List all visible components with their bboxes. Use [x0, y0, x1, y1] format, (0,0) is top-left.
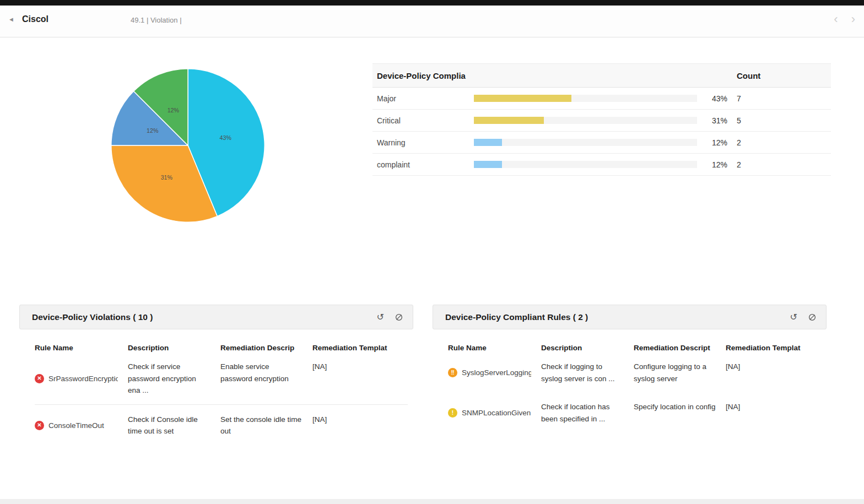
rule-description: Check if location has been specified in …: [541, 401, 634, 425]
table-row[interactable]: ‼ SyslogServerLoggingEna Check if loggin…: [448, 352, 821, 392]
page-header: ◄ Ciscol 49.1 | Violation | ‹ ›: [0, 6, 864, 37]
violations-table-columns: Rule Name Description Remediation Descri…: [35, 344, 408, 352]
column-header: Remediation Templat: [726, 344, 821, 352]
percent-value: 43%: [697, 94, 727, 103]
unpin-icon[interactable]: [395, 313, 403, 321]
count-value: 5: [727, 116, 741, 125]
compliant-panel-header: Device-Policy Compliant Rules ( 2 ) ↺: [433, 305, 827, 329]
panel-actions: ↺: [790, 313, 816, 322]
column-header: Rule Name: [448, 344, 541, 352]
warning-icon: !: [448, 408, 457, 418]
bar-fill: [474, 161, 502, 168]
panel-actions: ↺: [377, 313, 403, 322]
pie-label: 43%: [220, 134, 232, 141]
page-title: Ciscol: [22, 14, 48, 24]
remediation-template: [NA]: [726, 401, 821, 425]
bar-track: [474, 161, 697, 168]
rule-description: Check if service password encryption ena…: [128, 361, 220, 397]
remediation-template: [NA]: [312, 361, 408, 397]
pie-label: 12%: [168, 107, 180, 113]
compliant-table-columns: Rule Name Description Remediation Descri…: [448, 344, 821, 352]
column-header: Remediation Templat: [312, 344, 408, 352]
percent-value: 12%: [697, 138, 727, 147]
rule-name: SyslogServerLoggingEna: [462, 367, 531, 379]
compliance-summary-table: Device-Policy Complia Count Major 43% 7 …: [372, 63, 831, 176]
pager: ‹ ›: [824, 12, 855, 26]
next-chevron-icon[interactable]: ›: [851, 12, 855, 26]
breadcrumb: 49.1 | Violation |: [131, 16, 182, 24]
rule-name: SrPasswordEncryptionI: [48, 373, 118, 385]
table-row[interactable]: ! SNMPLocationGiven Check if location ha…: [448, 392, 821, 432]
refresh-icon[interactable]: ↺: [790, 313, 797, 322]
severity-label: complaint: [372, 160, 474, 169]
compliant-rules-table: Rule Name Description Remediation Descri…: [433, 329, 827, 432]
column-header: Rule Name: [35, 344, 128, 352]
column-header: Remediation Descrip: [220, 344, 312, 352]
prev-chevron-icon[interactable]: ‹: [834, 12, 838, 26]
count-value: 2: [727, 138, 741, 147]
remediation-template: [NA]: [726, 361, 821, 384]
unpin-icon[interactable]: [808, 313, 816, 321]
rule-name: ConsoleTimeOut: [48, 420, 104, 432]
pie-label: 31%: [161, 174, 173, 181]
table-row[interactable]: complaint 12% 2: [372, 154, 831, 176]
rule-description: Check if Console idle time out is set: [128, 414, 220, 437]
percent-value: 12%: [697, 160, 727, 169]
remediation-template: [NA]: [312, 414, 408, 437]
severity-label: Major: [372, 94, 474, 103]
top-strip: [0, 0, 864, 6]
bar-track: [474, 95, 697, 102]
violations-panel-header: Device-Policy Violations ( 10 ) ↺: [19, 305, 413, 329]
violations-table: Rule Name Description Remediation Descri…: [19, 329, 413, 445]
major-icon: ‼: [448, 368, 457, 377]
column-header: Description: [128, 344, 220, 352]
column-header: Remediation Descript: [634, 344, 726, 352]
table-row[interactable]: ✕ SrPasswordEncryptionI Check if service…: [35, 352, 408, 405]
violations-panel: Device-Policy Violations ( 10 ) ↺ Rule N…: [19, 305, 413, 445]
compliance-pie-chart: 43%31%12%12%: [108, 66, 268, 225]
critical-icon: ✕: [35, 421, 44, 430]
bar-track: [474, 139, 697, 146]
compliance-table-title: Device-Policy Complia: [372, 71, 737, 80]
rule-description: Check if logging to syslog server is con…: [541, 361, 634, 384]
bar-fill: [474, 139, 502, 146]
compliance-table-header: Device-Policy Complia Count: [372, 63, 831, 88]
table-row[interactable]: Critical 31% 5: [372, 110, 831, 132]
compliant-rules-panel: Device-Policy Compliant Rules ( 2 ) ↺ Ru…: [433, 305, 827, 432]
percent-value: 31%: [697, 116, 727, 125]
remediation-description: Enable service password encryption: [220, 361, 312, 397]
bar-track: [474, 117, 697, 124]
refresh-icon[interactable]: ↺: [377, 313, 384, 322]
severity-label: Critical: [372, 116, 474, 125]
remediation-description: Specify location in config: [634, 401, 726, 425]
rule-name: SNMPLocationGiven: [462, 407, 531, 419]
pie-label: 12%: [147, 127, 159, 134]
back-icon[interactable]: ◄: [8, 16, 14, 23]
table-row[interactable]: Major 43% 7: [372, 88, 831, 110]
table-row[interactable]: Warning 12% 2: [372, 132, 831, 154]
remediation-description: Configure logging to a syslog server: [634, 361, 726, 384]
bottom-strip: [0, 499, 864, 504]
table-row[interactable]: ✕ ConsoleTimeOut Check if Console idle t…: [35, 405, 408, 445]
bar-fill: [474, 95, 571, 102]
bar-fill: [474, 117, 544, 124]
critical-icon: ✕: [35, 374, 44, 383]
compliant-panel-title: Device-Policy Compliant Rules ( 2 ): [445, 312, 588, 322]
column-header: Description: [541, 344, 634, 352]
remediation-description: Set the console idle time out: [220, 414, 312, 437]
count-value: 7: [727, 94, 741, 103]
severity-label: Warning: [372, 138, 474, 147]
count-column-header: Count: [737, 71, 831, 80]
violations-panel-title: Device-Policy Violations ( 10 ): [32, 312, 153, 322]
count-value: 2: [727, 160, 741, 169]
